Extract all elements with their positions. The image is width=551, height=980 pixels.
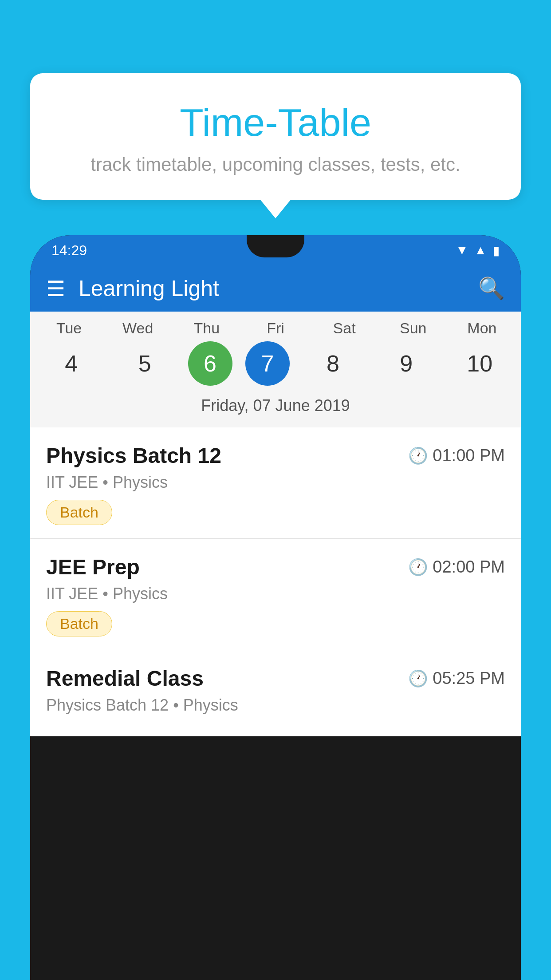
schedule-item-3[interactable]: Remedial Class 🕐 05:25 PM Physics Batch … [30,650,521,736]
day-8[interactable]: 8 [303,341,363,386]
status-bar: 14:29 ▼ ▲ ▮ [30,235,521,265]
tooltip-subtitle: track timetable, upcoming classes, tests… [52,154,499,175]
signal-icon: ▲ [474,243,487,257]
day-7-selected[interactable]: 7 [245,341,290,386]
schedule-item-2[interactable]: JEE Prep 🕐 02:00 PM IIT JEE • Physics Ba… [30,539,521,650]
search-icon[interactable]: 🔍 [478,276,505,301]
wifi-icon: ▼ [456,243,468,257]
app-title: Learning Light [79,276,478,301]
schedule-item-1-meta: IIT JEE • Physics [46,473,505,492]
schedule-item-1-header: Physics Batch 12 🕐 01:00 PM [46,443,505,468]
schedule-item-3-meta: Physics Batch 12 • Physics [46,696,505,715]
schedule-item-2-time: 🕐 02:00 PM [408,557,505,577]
selected-date-label: Friday, 07 June 2019 [30,393,521,423]
day-name-tue: Tue [39,320,99,337]
tooltip-title: Time-Table [52,100,499,145]
schedule-item-1-time-text: 01:00 PM [433,446,505,465]
schedule-item-2-name: JEE Prep [46,555,140,579]
day-numbers-row: 4 5 6 7 8 9 10 [30,337,521,393]
day-4[interactable]: 4 [41,341,102,386]
day-9[interactable]: 9 [376,341,437,386]
clock-icon-1: 🕐 [408,447,428,465]
schedule-item-2-time-text: 02:00 PM [433,557,505,577]
day-name-thu: Thu [177,320,237,337]
day-name-sat: Sat [314,320,374,337]
status-time: 14:29 [51,242,87,259]
schedule-item-1-time: 🕐 01:00 PM [408,446,505,465]
battery-icon: ▮ [493,243,500,258]
day-5[interactable]: 5 [114,341,175,386]
schedule-item-2-header: JEE Prep 🕐 02:00 PM [46,555,505,579]
day-names-row: Tue Wed Thu Fri Sat Sun Mon [30,320,521,337]
day-10[interactable]: 10 [449,341,510,386]
calendar-week: Tue Wed Thu Fri Sat Sun Mon 4 5 6 7 8 9 … [30,312,521,427]
day-name-sun: Sun [383,320,443,337]
app-header: ☰ Learning Light 🔍 [30,265,521,312]
schedule-item-3-time: 🕐 05:25 PM [408,669,505,688]
day-name-mon: Mon [452,320,512,337]
schedule-item-1-badge: Batch [46,500,112,525]
clock-icon-3: 🕐 [408,669,428,688]
day-name-fri: Fri [245,320,306,337]
schedule-list: Physics Batch 12 🕐 01:00 PM IIT JEE • Ph… [30,427,521,736]
clock-icon-2: 🕐 [408,558,428,577]
schedule-item-3-time-text: 05:25 PM [433,669,505,688]
schedule-item-2-meta: IIT JEE • Physics [46,585,505,603]
phone-frame: 14:29 ▼ ▲ ▮ ☰ Learning Light 🔍 Tue Wed T… [30,235,521,980]
day-6-today[interactable]: 6 [188,341,232,386]
day-name-wed: Wed [108,320,168,337]
schedule-item-2-badge: Batch [46,611,112,636]
tooltip-card: Time-Table track timetable, upcoming cla… [30,73,521,200]
schedule-item-1[interactable]: Physics Batch 12 🕐 01:00 PM IIT JEE • Ph… [30,427,521,539]
schedule-item-3-header: Remedial Class 🕐 05:25 PM [46,666,505,691]
schedule-item-1-name: Physics Batch 12 [46,443,221,468]
notch [247,235,304,257]
status-icons: ▼ ▲ ▮ [456,243,500,258]
menu-icon[interactable]: ☰ [46,276,65,301]
schedule-item-3-name: Remedial Class [46,666,204,691]
